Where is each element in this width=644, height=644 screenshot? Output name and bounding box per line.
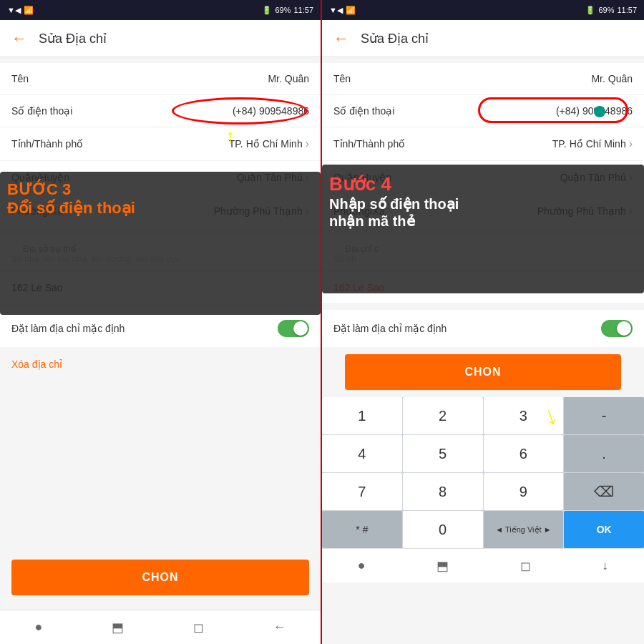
left-back-button[interactable]: ← [11, 29, 27, 48]
right-nav-square[interactable]: ◻ [520, 558, 531, 574]
left-address-value: 162 Le Sao [11, 282, 63, 293]
right-address-section: Địa chỉ c Số nh 162 Le Sao [322, 234, 644, 304]
kb-key-1[interactable]: 1 [322, 397, 402, 434]
right-chon-button[interactable]: CHON [345, 354, 621, 390]
right-ward-row[interactable]: Phường/Xã Phường Phú Thạnh › [322, 195, 644, 228]
left-city-right: TP. Hồ Chí Minh › [229, 137, 309, 150]
left-address-label: Địa sở trụ thể [11, 238, 309, 254]
left-chon-button[interactable]: CHON [11, 560, 309, 595]
left-phone-row[interactable]: Số điện thoại (+84) 909548986 [0, 95, 321, 127]
left-name-row: Tên Mr. Quân [0, 63, 321, 95]
left-district-row[interactable]: Quận/Huyện Quận Tân Phú › [0, 161, 321, 195]
right-name-label: Tên [333, 73, 351, 84]
right-address-placeholder: Số nh [333, 254, 633, 264]
right-battery-icon: 🔋 [585, 6, 595, 15]
kb-key-6[interactable]: 6 [484, 435, 564, 472]
right-name-value: Mr. Quân [591, 73, 633, 84]
right-address-row[interactable]: Địa chỉ c Số nh [322, 234, 644, 272]
right-wifi-icon: 📶 [346, 6, 356, 15]
left-city-row[interactable]: Tỉnh/Thành phố TP. Hồ Chí Minh › [0, 127, 321, 161]
kb-key-lang[interactable]: ◄ Tiếng Việt ► [484, 511, 564, 548]
right-city-row[interactable]: Tỉnh/Thành phố TP. Hồ Chí Minh › [322, 127, 644, 161]
left-toggle-section: Đặt làm địa chỉ mặc định [0, 310, 321, 347]
left-page-title: Sửa Địa chỉ [39, 31, 107, 47]
left-toggle-knob [293, 321, 308, 336]
right-panel: ▼◀ 📶 🔋 69% 11:57 ← Sửa Địa chỉ Tên Mr. Q… [322, 0, 644, 644]
right-nav-recents[interactable]: ⬒ [436, 558, 449, 574]
left-address-row[interactable]: Địa sở trụ thể Số nhà, tên tòa nhà, tên … [0, 234, 321, 272]
kb-key-special[interactable]: * # [322, 511, 402, 548]
left-time: 11:57 [293, 6, 313, 14]
kb-key-9[interactable]: 9 [484, 473, 564, 510]
kb-key-2[interactable]: 2 [403, 397, 483, 434]
left-city-arrow: › [306, 137, 309, 150]
right-address-label: Địa chỉ c [333, 238, 633, 254]
left-delete-link[interactable]: Xóa địa chỉ [0, 347, 321, 381]
left-panel: ▼◀ 📶 🔋 69% 11:57 ← Sửa Địa chỉ Tên Mr. Q… [0, 0, 322, 644]
right-status-bar: ▼◀ 📶 🔋 69% 11:57 [322, 0, 644, 20]
left-nav-back[interactable]: ← [273, 620, 286, 635]
right-district-row[interactable]: Quận/Huyện Quận Tân Phú › [322, 161, 644, 195]
left-name-label: Tên [11, 73, 29, 84]
left-phone-value: (+84) 909548986 [233, 105, 309, 117]
kb-row-4: * # 0 ◄ Tiếng Việt ► OK [322, 511, 644, 548]
left-name-value: Mr. Quân [268, 73, 309, 84]
right-city-value: TP. Hồ Chí Minh [552, 138, 626, 150]
kb-row-3: 7 8 9 ⌫ [322, 473, 644, 510]
right-ward-label: Phường/Xã [333, 205, 385, 217]
left-district-right: Quận Tân Phú › [237, 171, 309, 184]
right-form-section: Tên Mr. Quân Số điện thoại (+84) 9095489… [322, 63, 644, 228]
left-form-section: Tên Mr. Quân Số điện thoại (+84) 9095489… [0, 63, 321, 228]
kb-key-dash[interactable]: - [564, 397, 644, 434]
kb-key-4[interactable]: 4 [322, 435, 402, 472]
left-nav-recents[interactable]: ⬒ [112, 620, 124, 635]
left-nav-home[interactable]: ● [34, 620, 42, 635]
right-back-button[interactable]: ← [333, 29, 349, 48]
left-city-label: Tỉnh/Thành phố [11, 138, 83, 150]
right-phone-label: Số điện thoại [333, 105, 394, 117]
left-district-arrow: › [306, 171, 309, 184]
left-chon-container: CHON [0, 381, 321, 610]
right-city-arrow: › [629, 137, 633, 150]
right-district-right: Quận Tân Phú › [560, 171, 633, 184]
kb-key-dot[interactable]: . [564, 435, 644, 472]
kb-key-ok[interactable]: OK [564, 511, 644, 548]
right-district-label: Quận/Huyện [333, 172, 391, 183]
kb-key-backspace[interactable]: ⌫ [564, 473, 644, 510]
right-name-row: Tên Mr. Quân [322, 63, 644, 95]
right-district-value: Quận Tân Phú [560, 172, 626, 183]
right-address-value-row: 162 Le Sao [322, 272, 644, 304]
right-ward-right: Phường Phú Thạnh › [537, 205, 633, 218]
right-nav-bar: ● ⬒ ◻ ↓ [322, 548, 644, 582]
kb-key-0[interactable]: 0 [403, 511, 483, 548]
right-ward-arrow: › [629, 205, 633, 218]
right-phone-value: (+84) 909548986 [556, 105, 633, 117]
left-address-section: Địa sở trụ thể Số nhà, tên tòa nhà, tên … [0, 234, 321, 304]
left-toggle-switch[interactable] [278, 320, 309, 337]
left-nav-square[interactable]: ◻ [193, 620, 204, 635]
right-toggle-label: Đặt làm địa chỉ mặc định [333, 323, 447, 334]
right-status-right: 🔋 69% 11:57 [585, 6, 637, 15]
right-toggle-row: Đặt làm địa chỉ mặc định [322, 310, 644, 347]
kb-key-8[interactable]: 8 [403, 473, 483, 510]
right-toggle-switch[interactable] [601, 320, 633, 337]
left-ward-label: Phường/Xã [11, 205, 63, 217]
left-toggle-row: Đặt làm địa chỉ mặc định [0, 310, 321, 347]
left-phone-label: Số điện thoại [11, 105, 72, 117]
right-nav-home[interactable]: ● [358, 558, 366, 573]
kb-row-1: 1 2 3 - [322, 397, 644, 434]
left-ward-row[interactable]: Phường/Xã Phường Phú Thạnh › [0, 195, 321, 228]
left-wifi-icon: 📶 [24, 6, 34, 15]
kb-key-7[interactable]: 7 [322, 473, 402, 510]
right-battery-text: 69% [598, 6, 614, 14]
kb-key-3[interactable]: 3 [484, 397, 564, 434]
right-district-arrow: › [629, 171, 633, 184]
right-phone-row[interactable]: Số điện thoại (+84) 909548986 [322, 95, 644, 127]
right-toggle-section: Đặt làm địa chỉ mặc định [322, 310, 644, 347]
right-city-label: Tỉnh/Thành phố [333, 138, 405, 150]
left-app-header: ← Sửa Địa chỉ [0, 20, 321, 57]
left-status-bar: ▼◀ 📶 🔋 69% 11:57 [0, 0, 321, 20]
left-battery-icon: 🔋 [262, 6, 272, 15]
right-nav-back[interactable]: ↓ [602, 558, 608, 573]
kb-key-5[interactable]: 5 [403, 435, 483, 472]
